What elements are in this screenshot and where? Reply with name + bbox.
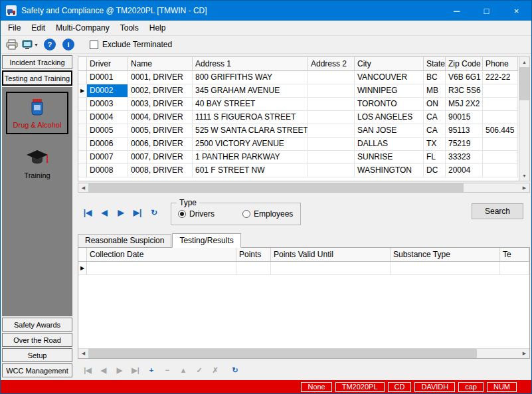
cell[interactable]: TX	[424, 138, 446, 151]
cell[interactable]: 2500 VICTORY AVENUE	[193, 138, 308, 151]
menu-multi-company[interactable]: Multi-Company	[50, 21, 115, 35]
cell[interactable]: 345 GRAHAM AVENUE	[193, 84, 308, 98]
cell[interactable]: M5J 2X2	[446, 98, 483, 111]
cell[interactable]	[391, 262, 500, 275]
sidebar-item-wcc-management[interactable]: WCC Management	[2, 363, 72, 377]
cell[interactable]: CA	[424, 111, 446, 124]
export-dropdown-button[interactable]: ▼	[20, 37, 41, 52]
vertical-scrollbar[interactable]: ▲ ▼	[519, 56, 530, 181]
column-header[interactable]: Driver	[87, 57, 128, 71]
prior-record-button[interactable]: ◀	[96, 363, 111, 377]
cell[interactable]	[308, 138, 355, 151]
cell[interactable]: LOS ANGELES	[355, 111, 424, 124]
cell[interactable]: 0006, DRIVER	[128, 138, 193, 151]
cell[interactable]: D0002	[87, 84, 128, 98]
cell[interactable]: SUNRISE	[355, 151, 424, 164]
cell[interactable]	[236, 262, 271, 275]
cell[interactable]: 601 F STREET NW	[193, 164, 308, 177]
cell[interactable]: SAN JOSE	[355, 124, 424, 138]
print-button[interactable]	[4, 37, 20, 52]
sidebar-item-incident-tracking[interactable]: Incident Tracking	[2, 55, 72, 69]
cell[interactable]	[308, 164, 355, 177]
menu-file[interactable]: File	[3, 21, 26, 35]
cell[interactable]	[308, 124, 355, 138]
column-header[interactable]: Address 2	[308, 57, 355, 71]
refresh-button[interactable]: ↻	[147, 205, 161, 220]
cell[interactable]: FL	[424, 151, 446, 164]
close-button[interactable]: ×	[501, 1, 531, 21]
scrollbar-thumb[interactable]	[519, 67, 529, 100]
cell[interactable]	[483, 164, 518, 177]
cell[interactable]: 0003, DRIVER	[128, 98, 193, 111]
scroll-right-icon[interactable]: ▶	[519, 349, 529, 358]
cell[interactable]: D0005	[87, 124, 128, 138]
horizontal-scrollbar[interactable]: ◀ ▶	[78, 183, 530, 193]
cell[interactable]	[308, 71, 355, 84]
results-horizontal-scrollbar[interactable]: ◀ ▶	[78, 348, 529, 358]
cell[interactable]	[483, 98, 518, 111]
sidebar-item-setup[interactable]: Setup	[2, 348, 72, 362]
cell[interactable]: MB	[424, 84, 446, 98]
cell[interactable]: BC	[424, 71, 446, 84]
cell[interactable]	[308, 111, 355, 124]
column-header[interactable]: Zip Code	[446, 57, 483, 71]
cell[interactable]: 40 BAY STREET	[193, 98, 308, 111]
scroll-left-icon[interactable]: ◀	[78, 349, 88, 358]
menu-edit[interactable]: Edit	[26, 21, 50, 35]
cell[interactable]	[308, 98, 355, 111]
cell[interactable]: 90015	[446, 111, 483, 124]
cell[interactable]	[483, 111, 518, 124]
scroll-right-icon[interactable]: ▶	[519, 183, 529, 192]
sidebar-item-over-the-road[interactable]: Over the Road	[2, 333, 72, 347]
cell[interactable]: 0007, DRIVER	[128, 151, 193, 164]
sidebar-item-drug-alcohol[interactable]: Drug & Alcohol	[6, 92, 68, 134]
radio-employees[interactable]: Employees	[242, 209, 293, 219]
cell[interactable]: D0001	[87, 71, 128, 84]
column-header[interactable]: Phone	[483, 57, 518, 71]
refresh-button[interactable]: ↻	[228, 363, 242, 377]
tab-reasonable-suspicion[interactable]: Reasonable Suspicion	[78, 234, 171, 247]
first-record-button[interactable]: |◀	[80, 363, 95, 377]
scrollbar-thumb[interactable]	[88, 183, 464, 192]
column-header[interactable]: State	[424, 57, 446, 71]
edit-record-button[interactable]: ▲	[176, 363, 191, 377]
scroll-down-icon[interactable]: ▼	[519, 171, 529, 181]
next-record-button[interactable]: ▶	[114, 205, 128, 220]
cell[interactable]: WINNIPEG	[355, 84, 424, 98]
cell[interactable]: 0008, DRIVER	[128, 164, 193, 177]
cell[interactable]: 75219	[446, 138, 483, 151]
cell[interactable]: CA	[424, 124, 446, 138]
cell[interactable]: 95113	[446, 124, 483, 138]
column-header[interactable]: Name	[128, 57, 193, 71]
scrollbar-thumb[interactable]	[88, 349, 477, 358]
menu-tools[interactable]: Tools	[115, 21, 144, 35]
help-button[interactable]: ?	[41, 37, 59, 52]
prior-record-button[interactable]: ◀	[97, 205, 112, 220]
radio-drivers[interactable]: Drivers	[178, 209, 215, 219]
cell[interactable]	[483, 151, 518, 164]
sidebar-item-testing-and-training[interactable]: Testing and Training	[2, 70, 72, 86]
cell[interactable]: 222-22	[483, 71, 518, 84]
menu-help[interactable]: Help	[144, 21, 171, 35]
cell[interactable]: 506.445	[483, 124, 518, 138]
cell[interactable]: D0008	[87, 164, 128, 177]
exclude-terminated-checkbox[interactable]	[90, 41, 98, 49]
last-record-button[interactable]: ▶|	[130, 205, 145, 220]
about-button[interactable]: i	[59, 37, 78, 52]
cell[interactable]: WASHINGTON	[355, 164, 424, 177]
last-record-button[interactable]: ▶|	[128, 363, 143, 377]
insert-record-button[interactable]: +	[144, 363, 159, 377]
radio-employees-icon[interactable]	[242, 210, 250, 218]
scroll-left-icon[interactable]: ◀	[78, 183, 88, 192]
sidebar-item-safety-awards[interactable]: Safety Awards	[2, 318, 72, 332]
cell[interactable]: D0003	[87, 98, 128, 111]
cancel-edit-button[interactable]: ✗	[208, 363, 222, 377]
sidebar-item-training[interactable]: Training	[6, 145, 68, 183]
cell[interactable]: D0006	[87, 138, 128, 151]
cell[interactable]: 1 PANTHER PARKWAY	[193, 151, 308, 164]
cell[interactable]: TORONTO	[355, 98, 424, 111]
cell[interactable]	[483, 138, 518, 151]
cell[interactable]: DALLAS	[355, 138, 424, 151]
column-header[interactable]: Address 1	[193, 57, 308, 71]
cell[interactable]	[308, 84, 355, 98]
